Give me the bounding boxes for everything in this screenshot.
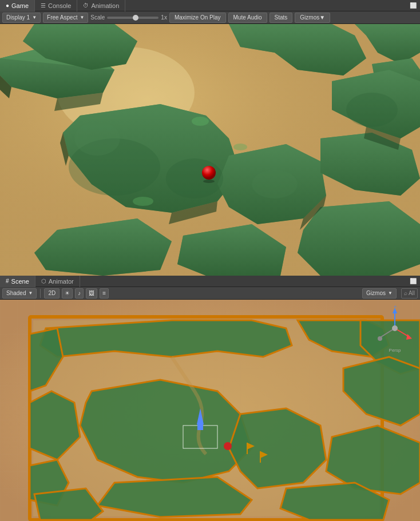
- sun-icon: ☀: [65, 290, 70, 296]
- scale-label: Scale: [90, 14, 105, 21]
- gizmos-btn[interactable]: Gizmos ▼: [295, 13, 330, 23]
- maximize-icon[interactable]: ⬜: [406, 2, 420, 9]
- tab-animator-label: Animator: [49, 278, 74, 285]
- display-label: Display 1: [6, 14, 30, 21]
- search-bar[interactable]: ⌕ All: [401, 288, 418, 299]
- aspect-arrow: ▼: [80, 15, 84, 20]
- gizmo-widget: Z X Persp: [378, 305, 412, 345]
- scale-slider[interactable]: [107, 17, 159, 19]
- game-scene-svg: [0, 24, 420, 276]
- scale-container: Scale 1x: [90, 14, 167, 21]
- separator-1: [40, 289, 41, 298]
- svg-point-39: [192, 117, 209, 126]
- svg-point-30: [166, 158, 223, 198]
- tab-animation[interactable]: ⏱ Animation: [77, 0, 125, 11]
- console-icon: ☰: [41, 2, 46, 9]
- animator-icon: ⬡: [41, 278, 46, 284]
- maximize-on-play-label: Maximize On Play: [175, 14, 221, 21]
- layers-btn[interactable]: ≡: [100, 288, 109, 299]
- svg-point-87: [378, 336, 382, 341]
- svg-marker-85: [406, 334, 412, 340]
- tab-animation-label: Animation: [91, 2, 119, 9]
- tab-console[interactable]: ☰ Console: [35, 0, 77, 11]
- svg-point-40: [233, 144, 247, 150]
- gizmo-svg: Z X: [378, 305, 412, 345]
- svg-point-42: [202, 166, 216, 180]
- scene-svg: [0, 300, 420, 521]
- tab-console-label: Console: [48, 2, 71, 9]
- svg-rect-76: [197, 424, 203, 430]
- scene-viewport: Z X Persp: [0, 300, 420, 521]
- svg-point-77: [224, 442, 232, 450]
- gizmos-arrow: ▼: [319, 14, 325, 21]
- svg-text:Z: Z: [394, 305, 397, 308]
- game-icon: ●: [6, 2, 9, 9]
- display-arrow: ▼: [32, 15, 37, 20]
- scene-maximize-icon[interactable]: ⬜: [406, 278, 420, 284]
- image-btn[interactable]: 🖼: [86, 288, 97, 299]
- stats-label: Stats: [275, 14, 288, 21]
- display-dropdown[interactable]: Display 1 ▼: [2, 13, 41, 23]
- aspect-dropdown[interactable]: Free Aspect ▼: [43, 13, 88, 23]
- 2d-label: 2D: [48, 290, 56, 296]
- tab-game[interactable]: ● Game: [0, 0, 35, 11]
- svg-point-29: [74, 121, 120, 156]
- audio-btn[interactable]: ♪: [75, 288, 84, 299]
- game-tab-bar: ● Game ☰ Console ⏱ Animation ⬜: [0, 0, 420, 11]
- stats-btn[interactable]: Stats: [270, 13, 293, 23]
- tab-scene[interactable]: # Scene: [0, 276, 35, 287]
- scene-tab-bar: # Scene ⬡ Animator ⬜: [0, 276, 420, 287]
- svg-marker-83: [393, 308, 397, 313]
- aspect-label: Free Aspect: [47, 14, 77, 21]
- layers-icon: ≡: [102, 290, 106, 296]
- svg-point-31: [252, 170, 298, 198]
- audio-icon: ♪: [78, 290, 81, 296]
- gizmos-scene-arrow: ▼: [388, 291, 393, 296]
- game-viewport: [0, 24, 420, 276]
- animation-icon: ⏱: [83, 2, 89, 9]
- gizmos-scene-label: Gizmos: [366, 290, 386, 296]
- tab-scene-label: Scene: [11, 278, 29, 285]
- mute-audio-btn[interactable]: Mute Audio: [228, 13, 267, 23]
- gizmos-label: Gizmos: [300, 14, 319, 21]
- search-input[interactable]: All: [409, 290, 415, 296]
- gizmo-label: Persp: [378, 348, 412, 353]
- svg-point-41: [133, 197, 153, 206]
- shaded-dropdown[interactable]: Shaded ▼: [2, 288, 37, 299]
- scene-toolbar: Shaded ▼ 2D ☀ ♪ 🖼 ≡ Gizmos ▼ ⌕ All: [0, 287, 420, 300]
- svg-point-88: [392, 325, 398, 331]
- search-icon: ⌕: [404, 290, 407, 296]
- scale-value: 1x: [161, 14, 167, 21]
- shaded-arrow: ▼: [28, 291, 33, 296]
- tab-animator[interactable]: ⬡ Animator: [35, 276, 80, 287]
- image-icon: 🖼: [89, 290, 94, 296]
- gizmos-scene-dropdown[interactable]: Gizmos ▼: [362, 288, 397, 299]
- mute-audio-label: Mute Audio: [233, 14, 262, 21]
- svg-point-43: [203, 180, 215, 183]
- shaded-label: Shaded: [6, 290, 26, 296]
- game-toolbar: Display 1 ▼ Free Aspect ▼ Scale 1x Maxim…: [0, 11, 420, 24]
- svg-point-32: [346, 93, 398, 127]
- maximize-on-play-btn[interactable]: Maximize On Play: [169, 13, 226, 23]
- sun-btn[interactable]: ☀: [62, 288, 73, 299]
- scene-icon: #: [6, 278, 9, 284]
- 2d-btn[interactable]: 2D: [44, 288, 60, 299]
- scale-thumb: [133, 15, 138, 21]
- tab-game-label: Game: [11, 2, 29, 9]
